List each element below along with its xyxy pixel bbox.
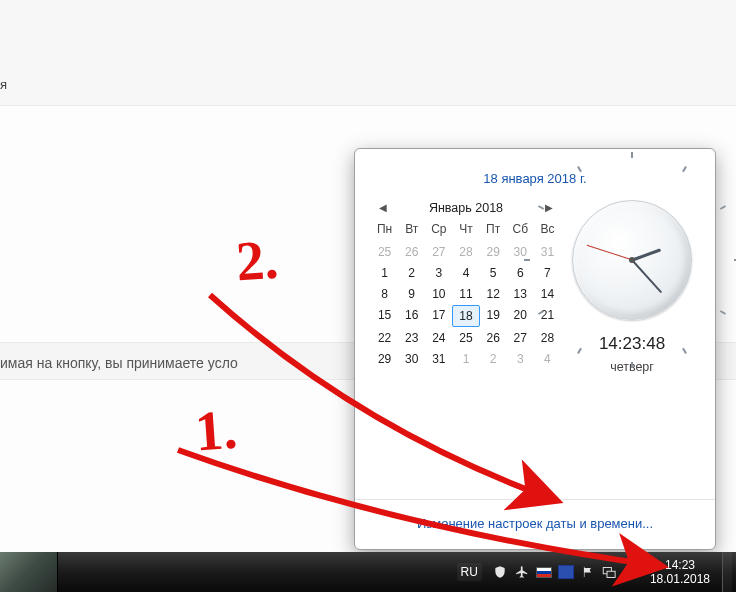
- clock-minute-hand: [631, 259, 662, 293]
- show-desktop-button[interactable]: [722, 552, 732, 592]
- terms-fragment-text: имая на кнопку, вы принимаете усло: [0, 355, 238, 371]
- calendar-day[interactable]: 16: [398, 305, 425, 327]
- calendar-day[interactable]: 14: [534, 284, 561, 304]
- calendar-day[interactable]: 12: [480, 284, 507, 304]
- clock-tick: [631, 362, 633, 368]
- calendar-weekday-header: Пт: [480, 219, 507, 241]
- calendar-weekday-header: Пн: [371, 219, 398, 241]
- clock-second-hand: [586, 245, 632, 261]
- fragment-text: я: [0, 77, 7, 92]
- calendar-day[interactable]: 21: [534, 305, 561, 327]
- calendar-weekday-header: Сб: [507, 219, 534, 241]
- calendar-day[interactable]: 4: [452, 263, 479, 283]
- calendar-day[interactable]: 15: [371, 305, 398, 327]
- calendar-day[interactable]: 23: [398, 328, 425, 348]
- svg-rect-1: [607, 571, 615, 577]
- taskbar-time: 14:23: [650, 558, 710, 572]
- popup-date-heading: 18 января 2018 г.: [355, 149, 715, 198]
- calendar-day[interactable]: 24: [425, 328, 452, 348]
- calendar-day[interactable]: 22: [371, 328, 398, 348]
- calendar-day[interactable]: 3: [507, 349, 534, 369]
- calendar-day[interactable]: 5: [480, 263, 507, 283]
- shield-icon[interactable]: [492, 564, 508, 580]
- change-datetime-link[interactable]: Изменение настроек даты и времени...: [417, 516, 653, 531]
- calendar-day[interactable]: 13: [507, 284, 534, 304]
- language-indicator[interactable]: RU: [457, 563, 482, 581]
- calendar-weekday-header: Вс: [534, 219, 561, 241]
- calendar-day[interactable]: 30: [398, 349, 425, 369]
- volume-icon[interactable]: [624, 564, 640, 580]
- taskbar: RU 14:23 18.01.2018: [0, 552, 736, 592]
- calendar-day[interactable]: 7: [534, 263, 561, 283]
- calendar-day[interactable]: 28: [452, 242, 479, 262]
- calendar-day[interactable]: 20: [507, 305, 534, 327]
- calendar: ◀ Январь 2018 ▶ ПнВтСрЧтПтСбВс2526272829…: [371, 198, 561, 369]
- calendar-day[interactable]: 11: [452, 284, 479, 304]
- prev-month-button[interactable]: ◀: [375, 200, 391, 215]
- calendar-weekday-header: Чт: [452, 219, 479, 241]
- action-center-flag-icon[interactable]: [580, 564, 596, 580]
- clock-tick: [631, 152, 633, 158]
- clock-tick: [524, 259, 530, 261]
- taskbar-app-thumbnail[interactable]: [0, 552, 58, 592]
- calendar-day[interactable]: 31: [534, 242, 561, 262]
- calendar-day[interactable]: 27: [507, 328, 534, 348]
- calendar-day-selected[interactable]: 18: [452, 305, 479, 327]
- calendar-day[interactable]: 29: [480, 242, 507, 262]
- calendar-day[interactable]: 6: [507, 263, 534, 283]
- taskbar-clock[interactable]: 14:23 18.01.2018: [646, 556, 716, 589]
- calendar-day[interactable]: 29: [371, 349, 398, 369]
- flag-icon[interactable]: [536, 564, 552, 580]
- calendar-month-label[interactable]: Январь 2018: [429, 201, 503, 215]
- calendar-day[interactable]: 3: [425, 263, 452, 283]
- calendar-day[interactable]: 1: [371, 263, 398, 283]
- digital-time: 14:23:48: [565, 334, 699, 354]
- calendar-day[interactable]: 4: [534, 349, 561, 369]
- calendar-day[interactable]: 28: [534, 328, 561, 348]
- calendar-day[interactable]: 2: [398, 263, 425, 283]
- calendar-day[interactable]: 10: [425, 284, 452, 304]
- calendar-weekday-header: Вт: [398, 219, 425, 241]
- airplane-icon[interactable]: [514, 564, 530, 580]
- datetime-popup: 18 января 2018 г. ◀ Январь 2018 ▶ ПнВтСр…: [354, 148, 716, 550]
- analog-clock: [572, 200, 692, 320]
- taskbar-date: 18.01.2018: [650, 572, 710, 586]
- calendar-day[interactable]: 17: [425, 305, 452, 327]
- disk-icon[interactable]: [558, 565, 574, 579]
- calendar-day[interactable]: 27: [425, 242, 452, 262]
- calendar-day[interactable]: 1: [452, 349, 479, 369]
- calendar-day[interactable]: 25: [452, 328, 479, 348]
- calendar-day[interactable]: 26: [480, 328, 507, 348]
- calendar-day[interactable]: 9: [398, 284, 425, 304]
- calendar-day[interactable]: 8: [371, 284, 398, 304]
- clock-hour-hand: [631, 248, 660, 261]
- calendar-day[interactable]: 2: [480, 349, 507, 369]
- header-band: [0, 0, 736, 106]
- network-icon[interactable]: [602, 564, 618, 580]
- calendar-day[interactable]: 19: [480, 305, 507, 327]
- calendar-weekday-header: Ср: [425, 219, 452, 241]
- calendar-day[interactable]: 31: [425, 349, 452, 369]
- calendar-day[interactable]: 25: [371, 242, 398, 262]
- calendar-day[interactable]: 26: [398, 242, 425, 262]
